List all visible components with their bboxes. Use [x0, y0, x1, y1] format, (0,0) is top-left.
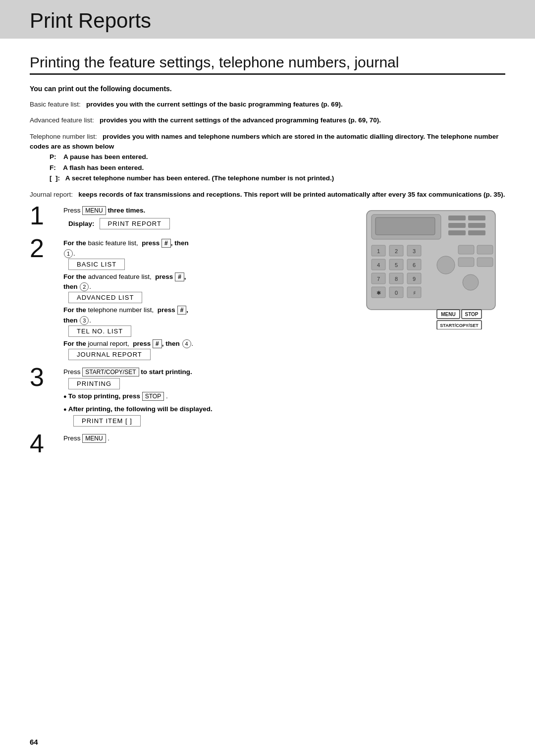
display-value-printing: PRINTING	[68, 378, 120, 389]
intro-line: You can print out the following document…	[30, 85, 505, 93]
circle-2: 2	[80, 282, 89, 291]
step-2-sub3-text: For the telephone number list, press #, …	[63, 305, 352, 325]
svg-rect-8	[468, 230, 485, 235]
page-title: Print Reports	[30, 9, 151, 32]
page-number: 64	[30, 738, 38, 746]
step-1-number: 1	[30, 203, 55, 228]
display-value-basic: BASIC LIST	[68, 259, 125, 270]
svg-text:2: 2	[395, 248, 398, 254]
display-value-printitem: PRINT ITEM [ ]	[73, 415, 141, 427]
para-journal: Journal report: keeps records of fax tra…	[30, 190, 505, 200]
step-3-number: 3	[30, 364, 55, 390]
svg-text:MENU: MENU	[441, 312, 455, 317]
step-4-number: 4	[30, 431, 55, 456]
svg-text:♯: ♯	[413, 290, 416, 296]
stop-key: STOP	[142, 392, 164, 401]
step-1: 1 Press MENU three times. Display: PRINT…	[30, 206, 352, 233]
svg-text:9: 9	[413, 276, 416, 282]
svg-text:0: 0	[395, 290, 398, 296]
svg-rect-3	[448, 216, 466, 220]
telephone-sub-list: P: A pause has been entered. F: A flash …	[50, 152, 505, 184]
svg-text:1: 1	[377, 248, 380, 254]
circle-4: 4	[182, 339, 191, 348]
hash-key-3: #	[177, 306, 187, 315]
step-3-content: Press START/COPY/SET to start printing. …	[63, 367, 352, 429]
section-heading: Printing the feature settings, telephone…	[30, 54, 505, 71]
para-advanced-label: Advanced feature list:	[30, 116, 100, 124]
content-area: Printing the feature settings, telephone…	[0, 39, 535, 481]
sub-item-p: P: A pause has been entered.	[50, 152, 505, 162]
svg-rect-36	[458, 258, 474, 267]
svg-point-33	[437, 256, 455, 274]
left-column: 1 Press MENU three times. Display: PRINT…	[30, 206, 352, 461]
svg-rect-2	[375, 217, 435, 235]
step-3: 3 Press START/COPY/SET to start printing…	[30, 367, 352, 429]
menu-key-4: MENU	[82, 434, 106, 443]
display-value-tel: TEL NO. LIST	[68, 325, 131, 337]
step-2: 2 For the basic feature list, press #, t…	[30, 238, 352, 362]
svg-text:6: 6	[413, 262, 416, 268]
step-2-sub4-text: For the journal report, press #, then 4.	[63, 339, 352, 349]
step-2-sub4: For the journal report, press #, then 4.…	[63, 339, 352, 358]
hash-key-2: #	[175, 272, 184, 281]
svg-text:✱: ✱	[376, 290, 381, 296]
step-1-display-row: Display: PRINT REPORT	[68, 218, 352, 229]
para-basic: Basic feature list: provides you with th…	[30, 100, 505, 109]
main-layout: 1 Press MENU three times. Display: PRINT…	[30, 206, 505, 461]
svg-text:5: 5	[395, 262, 398, 268]
svg-rect-34	[458, 245, 474, 254]
step-2-sub3: For the telephone number list, press #, …	[63, 305, 352, 335]
fax-machine-area: 1 2 3 4 5 6 7 8	[362, 206, 505, 331]
step-3-text: Press START/COPY/SET to start printing.	[63, 367, 352, 377]
fax-machine-svg: 1 2 3 4 5 6 7 8	[362, 206, 500, 329]
svg-rect-6	[468, 223, 485, 228]
step-4-content: Press MENU .	[63, 433, 352, 446]
svg-text:7: 7	[377, 276, 380, 282]
para-telephone-label: Telephone number list:	[30, 133, 103, 140]
svg-rect-7	[448, 230, 466, 235]
sub-item-bracket: [ ]: A secret telephone number has been …	[50, 173, 505, 184]
para-journal-label: Journal report:	[30, 191, 78, 198]
hash-key-1: #	[161, 239, 171, 248]
step-2-sub2-text: For the advanced feature list, press #, …	[63, 272, 352, 292]
para-advanced: Advanced feature list: provides you with…	[30, 115, 505, 125]
svg-rect-5	[448, 223, 466, 228]
para-basic-label: Basic feature list:	[30, 101, 86, 108]
display-label-1: Display:	[68, 220, 95, 227]
heading-divider	[30, 73, 505, 75]
svg-text:STOP: STOP	[465, 312, 478, 317]
svg-rect-4	[468, 216, 485, 220]
step-4: 4 Press MENU .	[30, 433, 352, 456]
svg-text:START/COPY/SET: START/COPY/SET	[440, 323, 479, 328]
circle-1: 1	[64, 249, 73, 258]
svg-point-38	[463, 274, 479, 290]
svg-text:3: 3	[413, 248, 416, 254]
bullet-stop: To stop printing, press STOP .	[63, 391, 352, 401]
display-value-advanced: ADVANCED LIST	[68, 292, 142, 303]
para-telephone: Telephone number list: provides you with…	[30, 132, 505, 184]
hash-key-4: #	[153, 339, 162, 348]
display-value-journal: JOURNAL REPORT	[68, 349, 151, 360]
svg-text:4: 4	[377, 262, 380, 268]
step-2-sub1-text: For the basic feature list, press #, the…	[63, 238, 352, 259]
bullet-after: After printing, the following will be di…	[63, 404, 352, 414]
page: Print Reports Printing the feature setti…	[0, 0, 535, 756]
step-2-sub1: For the basic feature list, press #, the…	[63, 238, 352, 268]
step-2-content: For the basic feature list, press #, the…	[63, 238, 352, 362]
step-2-sub2: For the advanced feature list, press #, …	[63, 272, 352, 302]
start-key: START/COPY/SET	[82, 368, 139, 377]
circle-3: 3	[80, 316, 89, 325]
header-bar: Print Reports	[0, 0, 535, 39]
para-journal-text: keeps records of fax transmissions and r…	[78, 191, 505, 198]
step-2-number: 2	[30, 235, 55, 261]
step-4-text: Press MENU .	[63, 433, 352, 443]
menu-key-1: MENU	[82, 206, 106, 215]
svg-rect-35	[477, 245, 493, 254]
svg-text:8: 8	[395, 276, 398, 282]
step-1-content: Press MENU three times. Display: PRINT R…	[63, 206, 352, 233]
svg-rect-37	[477, 258, 493, 267]
para-advanced-text: provides you with the current settings o…	[100, 116, 381, 124]
para-basic-text: provides you with the current settings o…	[86, 101, 343, 108]
display-value-1: PRINT REPORT	[100, 218, 170, 229]
step-1-text: Press MENU three times.	[63, 206, 352, 216]
